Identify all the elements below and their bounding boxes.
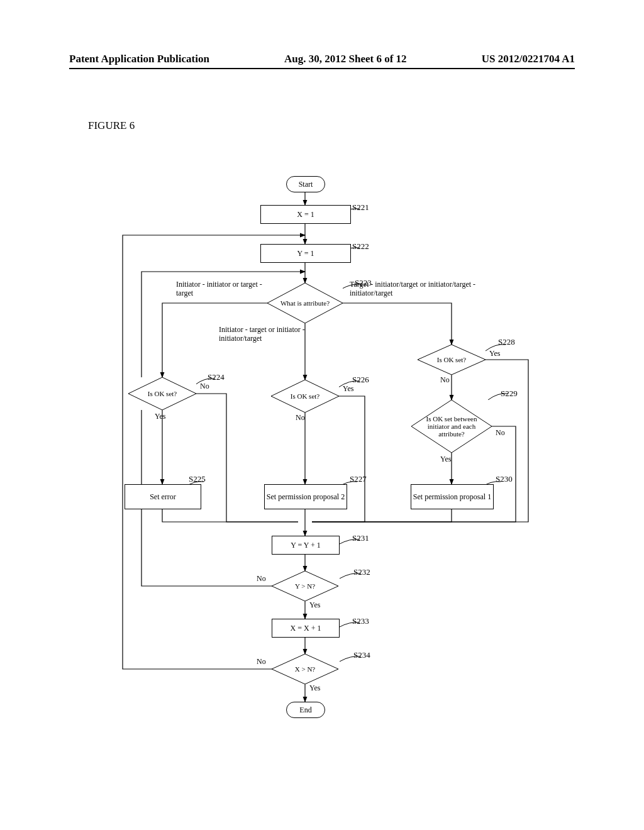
process-s225: Set error	[125, 484, 201, 509]
header-left: Patent Application Publication	[69, 53, 209, 65]
page-header: Patent Application Publication Aug. 30, …	[69, 53, 575, 69]
decision-s232-label: Y > N?	[295, 582, 315, 590]
step-label-s221: S221	[352, 202, 369, 213]
decision-s232: Y > N?	[272, 571, 338, 601]
process-s222: Y = 1	[260, 244, 351, 263]
step-label-s231: S231	[352, 533, 369, 543]
terminal-start: Start	[286, 176, 325, 192]
branch-s226-no: No	[296, 414, 305, 423]
branch-s223-left: Initiator - initiator or target - target	[176, 280, 270, 298]
branch-s224-yes: Yes	[155, 412, 165, 421]
process-s221-label: X = 1	[297, 210, 314, 219]
branch-s234-no: No	[257, 658, 266, 667]
process-s221: X = 1	[260, 205, 351, 224]
branch-s226-yes: Yes	[343, 385, 353, 394]
branch-s229-yes: Yes	[440, 455, 451, 464]
branch-s223-right: Target - initiator/target or initiator/t…	[350, 280, 482, 298]
branch-s234-yes: Yes	[309, 684, 320, 693]
process-s227-label: Set permission proposal 2	[267, 492, 345, 502]
process-s231: Y = Y + 1	[272, 536, 340, 555]
decision-s226: Is OK set?	[271, 380, 339, 412]
process-s230-label: Set permission proposal 1	[413, 492, 491, 502]
process-s225-label: Set error	[150, 492, 176, 502]
decision-s234: X > N?	[272, 654, 338, 684]
step-label-s227: S227	[350, 474, 367, 484]
decision-s228-label: Is OK set?	[437, 356, 466, 363]
terminal-end-label: End	[299, 706, 311, 714]
branch-s232-no: No	[257, 575, 266, 584]
process-s233-label: X = X + 1	[291, 624, 321, 633]
branch-s229-no: No	[496, 429, 505, 438]
branch-s228-yes: Yes	[489, 350, 500, 358]
decision-s226-label: Is OK set?	[291, 392, 319, 400]
decision-s229: Is OK set between initiator and each att…	[411, 400, 492, 453]
process-s222-label: Y = 1	[297, 249, 314, 258]
step-label-s232: S232	[353, 567, 370, 577]
decision-s223-label: What is attribute?	[280, 299, 330, 307]
step-label-s229: S229	[501, 389, 518, 399]
step-label-s233: S233	[352, 616, 369, 626]
header-center: Aug. 30, 2012 Sheet 6 of 12	[284, 53, 407, 65]
header-right: US 2012/0221704 A1	[482, 53, 575, 65]
step-label-s234: S234	[353, 650, 370, 660]
branch-s224-no: No	[200, 382, 209, 391]
decision-s234-label: X > N?	[295, 665, 315, 673]
decision-s228: Is OK set?	[418, 345, 486, 375]
process-s230: Set permission proposal 1	[411, 484, 494, 509]
branch-s223-down: Initiator - target or initiator - initia…	[219, 326, 326, 343]
figure-label: FIGURE 6	[88, 119, 135, 132]
process-s231-label: Y = Y + 1	[291, 541, 321, 550]
step-label-s222: S222	[352, 241, 369, 252]
terminal-start-label: Start	[299, 180, 313, 189]
step-label-s230: S230	[496, 474, 513, 484]
branch-s228-no: No	[440, 376, 450, 385]
step-label-s226: S226	[352, 375, 369, 385]
step-label-s228: S228	[498, 337, 515, 347]
step-label-s225: S225	[189, 474, 206, 484]
terminal-end: End	[286, 702, 325, 718]
decision-s229-label: Is OK set between initiator and each att…	[415, 415, 488, 438]
process-s227: Set permission proposal 2	[264, 484, 347, 509]
step-label-s224: S224	[208, 372, 225, 382]
process-s233: X = X + 1	[272, 619, 340, 638]
branch-s232-yes: Yes	[309, 601, 320, 610]
decision-s224: Is OK set?	[128, 377, 196, 410]
decision-s223: What is attribute?	[267, 283, 343, 323]
decision-s224-label: Is OK set?	[148, 390, 177, 397]
